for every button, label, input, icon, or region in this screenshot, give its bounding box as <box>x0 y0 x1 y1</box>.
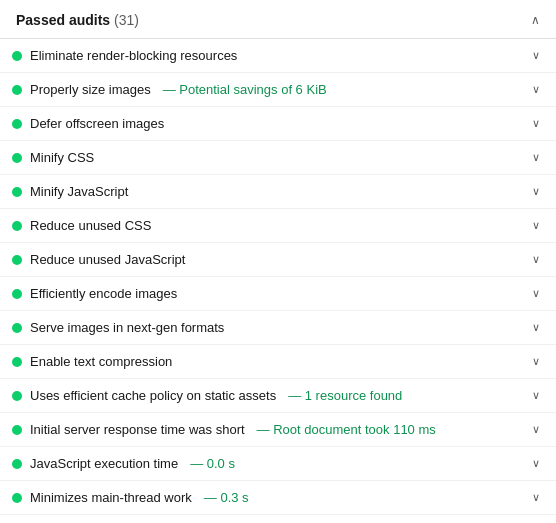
audit-item[interactable]: Reduce unused JavaScript∨ <box>0 243 556 277</box>
audit-expand-icon[interactable]: ∨ <box>532 117 540 130</box>
audit-item-left: Minify CSS <box>12 150 532 165</box>
audit-expand-icon[interactable]: ∨ <box>532 49 540 62</box>
audit-label: Reduce unused CSS <box>30 218 151 233</box>
audit-item-left: Minify JavaScript <box>12 184 532 199</box>
audit-item[interactable]: Minify CSS∨ <box>0 141 556 175</box>
pass-indicator-dot <box>12 255 22 265</box>
pass-indicator-dot <box>12 357 22 367</box>
audit-item-left: Defer offscreen images <box>12 116 532 131</box>
audit-expand-icon[interactable]: ∨ <box>532 491 540 504</box>
audit-label: Enable text compression <box>30 354 172 369</box>
audit-item-left: Serve images in next-gen formats <box>12 320 532 335</box>
audit-item[interactable]: Initial server response time was short— … <box>0 413 556 447</box>
audit-label: Minify JavaScript <box>30 184 128 199</box>
audit-expand-icon[interactable]: ∨ <box>532 457 540 470</box>
panel-header[interactable]: Passed audits (31) ∧ <box>0 0 556 39</box>
pass-indicator-dot <box>12 493 22 503</box>
panel-count: (31) <box>114 12 139 28</box>
pass-indicator-dot <box>12 153 22 163</box>
audit-expand-icon[interactable]: ∨ <box>532 253 540 266</box>
audit-label: Defer offscreen images <box>30 116 164 131</box>
audit-expand-icon[interactable]: ∨ <box>532 389 540 402</box>
audit-expand-icon[interactable]: ∨ <box>532 355 540 368</box>
audit-label: JavaScript execution time <box>30 456 178 471</box>
audit-suffix: — 0.0 s <box>190 456 235 471</box>
audit-item[interactable]: Minimizes main-thread work— 0.3 s∨ <box>0 481 556 515</box>
audit-item-left: Efficiently encode images <box>12 286 532 301</box>
audit-item-left: Minimizes main-thread work— 0.3 s <box>12 490 532 505</box>
audit-label: Initial server response time was short <box>30 422 245 437</box>
audit-item[interactable]: Efficiently encode images∨ <box>0 277 556 311</box>
audit-label: Minimizes main-thread work <box>30 490 192 505</box>
pass-indicator-dot <box>12 51 22 61</box>
audit-expand-icon[interactable]: ∨ <box>532 219 540 232</box>
audit-item-left: Properly size images— Potential savings … <box>12 82 532 97</box>
pass-indicator-dot <box>12 391 22 401</box>
audit-item[interactable]: All text remains visible during webfont … <box>0 515 556 523</box>
audit-item-left: Uses efficient cache policy on static as… <box>12 388 532 403</box>
audit-item-left: Enable text compression <box>12 354 532 369</box>
audit-item[interactable]: Reduce unused CSS∨ <box>0 209 556 243</box>
pass-indicator-dot <box>12 85 22 95</box>
passed-audits-panel: Passed audits (31) ∧ Eliminate render-bl… <box>0 0 556 523</box>
pass-indicator-dot <box>12 323 22 333</box>
audit-item[interactable]: JavaScript execution time— 0.0 s∨ <box>0 447 556 481</box>
audit-item[interactable]: Properly size images— Potential savings … <box>0 73 556 107</box>
audit-item[interactable]: Serve images in next-gen formats∨ <box>0 311 556 345</box>
audit-expand-icon[interactable]: ∨ <box>532 185 540 198</box>
audit-item[interactable]: Enable text compression∨ <box>0 345 556 379</box>
audit-item-left: Initial server response time was short— … <box>12 422 532 437</box>
audit-item-left: JavaScript execution time— 0.0 s <box>12 456 532 471</box>
audit-expand-icon[interactable]: ∨ <box>532 321 540 334</box>
panel-title: Passed audits (31) <box>16 12 139 28</box>
audit-suffix: — Potential savings of 6 KiB <box>163 82 327 97</box>
audit-expand-icon[interactable]: ∨ <box>532 83 540 96</box>
audit-expand-icon[interactable]: ∨ <box>532 423 540 436</box>
audit-item[interactable]: Minify JavaScript∨ <box>0 175 556 209</box>
audit-label: Efficiently encode images <box>30 286 177 301</box>
audit-expand-icon[interactable]: ∨ <box>532 151 540 164</box>
pass-indicator-dot <box>12 289 22 299</box>
pass-indicator-dot <box>12 459 22 469</box>
audit-label: Eliminate render-blocking resources <box>30 48 237 63</box>
audit-label: Reduce unused JavaScript <box>30 252 185 267</box>
audit-label: Minify CSS <box>30 150 94 165</box>
audit-label: Uses efficient cache policy on static as… <box>30 388 276 403</box>
audit-suffix: — 1 resource found <box>288 388 402 403</box>
audit-item-left: Reduce unused CSS <box>12 218 532 233</box>
pass-indicator-dot <box>12 221 22 231</box>
audit-item[interactable]: Eliminate render-blocking resources∨ <box>0 39 556 73</box>
audit-item[interactable]: Defer offscreen images∨ <box>0 107 556 141</box>
audit-list: Eliminate render-blocking resources∨Prop… <box>0 39 556 523</box>
audit-suffix: — Root document took 110 ms <box>257 422 436 437</box>
audit-item-left: Eliminate render-blocking resources <box>12 48 532 63</box>
pass-indicator-dot <box>12 119 22 129</box>
audit-suffix: — 0.3 s <box>204 490 249 505</box>
audit-item[interactable]: Uses efficient cache policy on static as… <box>0 379 556 413</box>
audit-expand-icon[interactable]: ∨ <box>532 287 540 300</box>
panel-title-text: Passed audits <box>16 12 110 28</box>
audit-label: Serve images in next-gen formats <box>30 320 224 335</box>
audit-item-left: Reduce unused JavaScript <box>12 252 532 267</box>
pass-indicator-dot <box>12 187 22 197</box>
audit-label: Properly size images <box>30 82 151 97</box>
pass-indicator-dot <box>12 425 22 435</box>
collapse-icon[interactable]: ∧ <box>531 13 540 27</box>
